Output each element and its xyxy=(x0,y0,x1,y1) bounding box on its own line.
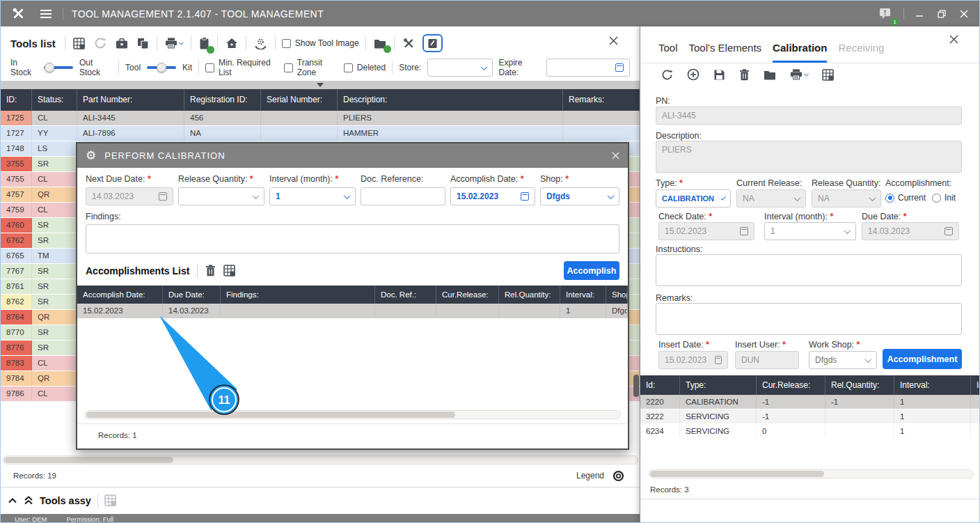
tools-assy-export-icon[interactable] xyxy=(104,494,116,506)
type-select[interactable]: CALIBRATION xyxy=(656,189,731,208)
copy-move-button[interactable] xyxy=(136,36,150,51)
add-icon[interactable] xyxy=(687,68,700,81)
toolbox-button[interactable] xyxy=(114,36,129,51)
column-header[interactable]: Serial Number: xyxy=(261,89,338,111)
release-quantity-select[interactable] xyxy=(178,187,264,205)
export-accomplishments-icon[interactable] xyxy=(223,265,235,276)
delete-accomplishment-icon[interactable] xyxy=(205,265,216,276)
table-row[interactable]: 1725CLALI-3445456PLIERS xyxy=(1,111,640,126)
refresh-button[interactable] xyxy=(93,36,108,51)
collapse-handle[interactable] xyxy=(1,81,640,89)
minimize-button[interactable] xyxy=(910,5,929,23)
tools-list-close-button[interactable] xyxy=(609,36,618,45)
instructions-field[interactable] xyxy=(656,254,962,286)
due-date-label: Due Date: xyxy=(862,212,907,221)
open-folder-icon[interactable] xyxy=(764,70,776,80)
due-date-field[interactable]: 14.03.2023 xyxy=(862,222,959,240)
column-header[interactable]: In xyxy=(971,375,980,395)
tools-table-vertical-scrollbar[interactable] xyxy=(633,375,639,397)
radio-init[interactable] xyxy=(932,194,941,203)
table-row[interactable]: 3222SERVICING-11 xyxy=(640,409,980,424)
remarks-field[interactable] xyxy=(656,303,962,335)
edit-tool-button-active[interactable] xyxy=(422,34,443,52)
delete-icon[interactable] xyxy=(739,69,750,81)
save-icon[interactable] xyxy=(713,69,725,81)
export-grid-button[interactable] xyxy=(72,36,86,51)
tab-tool[interactable]: Tool xyxy=(658,42,678,63)
legend-icon[interactable] xyxy=(612,470,624,482)
refresh-icon[interactable] xyxy=(661,69,673,81)
table-row[interactable]: 2220CALIBRATION-1-11 xyxy=(640,395,980,409)
column-header[interactable]: Cur.Release: xyxy=(436,286,499,304)
min-required-list-filter[interactable]: Min. Required List xyxy=(205,58,278,77)
column-header[interactable]: Id: xyxy=(640,375,680,395)
column-header[interactable]: Part Number: xyxy=(77,89,184,111)
show-tool-image-checkbox[interactable] xyxy=(282,39,291,48)
expand-up-double-icon[interactable] xyxy=(24,496,33,505)
tab-calibration[interactable]: Calibration xyxy=(773,42,827,63)
column-header[interactable]: Doc. Ref.: xyxy=(375,286,436,304)
insert-user-field[interactable]: DUN xyxy=(735,351,799,369)
stock-toggle[interactable] xyxy=(44,63,73,73)
column-header[interactable]: Remarks: xyxy=(563,89,640,111)
print-dropdown-icon[interactable] xyxy=(179,40,184,45)
column-header[interactable]: Cur.Release: xyxy=(757,375,825,395)
expire-date-input[interactable] xyxy=(546,58,630,77)
calibration-table-scrollbar[interactable] xyxy=(649,469,974,478)
shop-select[interactable]: Dfgds xyxy=(540,187,619,205)
folder-help-button[interactable] xyxy=(372,37,388,50)
column-header[interactable]: Interval: xyxy=(894,375,971,395)
interval-select[interactable]: 1 xyxy=(764,222,856,240)
paste-clipboard-button[interactable] xyxy=(198,36,211,51)
detail-panel-close-button[interactable] xyxy=(949,35,958,44)
column-header[interactable]: Interval: xyxy=(560,286,606,304)
doc-reference-input[interactable] xyxy=(361,187,445,205)
restore-button[interactable] xyxy=(932,5,951,23)
tool-kit-toggle[interactable] xyxy=(147,63,176,73)
current-release-select[interactable]: NA xyxy=(736,189,806,208)
accomplish-button[interactable]: Accomplish xyxy=(564,261,619,280)
cell: SR xyxy=(32,264,77,279)
release-quantity-select[interactable]: NA xyxy=(812,189,881,208)
interval-month-select[interactable]: 1 xyxy=(269,187,356,205)
home-store-button[interactable] xyxy=(224,36,239,50)
column-header[interactable]: Rel.Quantity: xyxy=(499,286,560,304)
feedback-icon[interactable]: 1 xyxy=(876,5,895,23)
next-due-date-field[interactable]: 14.03.2023 xyxy=(86,187,173,205)
store-select[interactable] xyxy=(427,58,492,77)
table-row[interactable]: 1727YYALI-7896NAHAMMER xyxy=(1,126,640,141)
show-tool-image-toggle[interactable]: Show Tool Image xyxy=(282,38,359,48)
expand-up-icon[interactable] xyxy=(8,497,17,504)
tab-receiving[interactable]: Receiving xyxy=(838,42,884,63)
column-header[interactable]: Registration ID: xyxy=(184,89,261,111)
column-header[interactable]: Description: xyxy=(338,89,563,111)
description-field[interactable]: PLIERS xyxy=(656,141,962,173)
findings-field[interactable] xyxy=(86,224,619,253)
column-header[interactable]: Type: xyxy=(680,375,757,395)
export-grid-icon[interactable] xyxy=(822,69,834,81)
check-date-field[interactable]: 15.02.2023 xyxy=(658,222,754,240)
print-dropdown-icon[interactable] xyxy=(804,71,809,76)
dialog-close-button[interactable] xyxy=(612,152,619,159)
tools-set-button[interactable] xyxy=(401,36,416,51)
accomplishment-button[interactable]: Accomplishment xyxy=(883,349,962,369)
column-header[interactable]: Status: xyxy=(32,89,77,111)
pn-field[interactable]: ALI-3445 xyxy=(656,107,962,125)
insert-date-field[interactable]: 15.02.2023 xyxy=(658,351,728,369)
menu-hamburger-icon[interactable] xyxy=(40,10,52,18)
hand-over-button[interactable] xyxy=(253,36,269,51)
tab-tools-elements[interactable]: Tool's Elements xyxy=(689,42,762,63)
column-header[interactable]: Rel.Quantity: xyxy=(825,375,894,395)
print-button[interactable] xyxy=(164,36,184,50)
close-window-button[interactable] xyxy=(954,5,974,23)
column-header[interactable]: ID: xyxy=(1,89,32,111)
radio-current[interactable] xyxy=(885,194,894,203)
work-shop-select[interactable]: Dfgds xyxy=(809,351,877,369)
column-header[interactable]: Shop: xyxy=(606,286,628,304)
accomplish-date-field[interactable]: 15.02.2023 xyxy=(450,187,535,205)
table-row[interactable]: 6234SERVICING01 xyxy=(640,424,980,439)
print-icon[interactable] xyxy=(790,69,808,80)
transit-zone-filter[interactable]: Transit Zone xyxy=(284,58,338,77)
deleted-filter[interactable]: Deleted xyxy=(344,63,386,72)
tools-table-horizontal-scrollbar[interactable] xyxy=(2,455,638,465)
